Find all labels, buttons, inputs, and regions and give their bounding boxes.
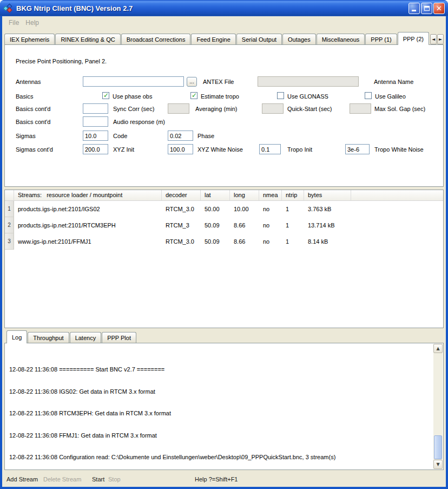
antennas-input[interactable]: [83, 76, 184, 87]
menu-bar: File Help: [2, 16, 446, 29]
add-stream-button[interactable]: Add Stream: [6, 476, 38, 483]
app-icon: [3, 4, 14, 13]
cell-mountpoint: products.igs-ip.net:2101/RTCM3EPH: [14, 217, 162, 233]
averaging-input: [168, 103, 189, 114]
cell-ntrip: 1: [282, 233, 304, 250]
cell-long: 8.66: [230, 233, 259, 250]
menu-help[interactable]: Help: [22, 18, 42, 28]
title-bar[interactable]: BKG Ntrip Client (BNC) Version 2.7 ✕: [0, 0, 448, 16]
xyz-init-input[interactable]: [83, 144, 108, 154]
cell-lat: 50.09: [201, 217, 230, 233]
sigmas-contd-row: Sigmas cont'd XYZ Init XYZ White Noise T…: [5, 144, 443, 155]
stream-row-1[interactable]: 1 products.igs-ip.net:2101/IGS02 RTCM_3.…: [5, 201, 443, 217]
antex-file-input: [258, 76, 359, 87]
cell-bytes: 8.14 kB: [304, 233, 351, 250]
cell-nmea: no: [259, 201, 282, 217]
phase-label: Phase: [197, 133, 214, 139]
tab-scroll-left-button[interactable]: ◄: [430, 34, 437, 44]
tab-ppp-2[interactable]: PPP (2): [398, 32, 429, 45]
xyz-init-label: XYZ Init: [113, 146, 134, 153]
tab-log[interactable]: Log: [6, 330, 27, 343]
averaging-label: Averaging (min): [195, 106, 237, 112]
cell-bytes: 3.763 kB: [304, 201, 351, 217]
start-button[interactable]: Start: [92, 476, 104, 483]
cell-lat: 50.00: [201, 201, 230, 217]
basics-contd-label: Basics cont'd: [16, 106, 50, 112]
use-glonass-checkbox[interactable]: [277, 92, 284, 99]
basics-contd-row-2: Basics cont'd Audio response (m): [5, 116, 443, 127]
stream-row-2[interactable]: 2 products.igs-ip.net:2101/RTCM3EPH RTCM…: [5, 217, 443, 233]
menu-file[interactable]: File: [5, 18, 22, 28]
tropo-white-noise-input[interactable]: [345, 144, 370, 154]
log-line: 12-08-22 11:36:08 ========== Start BNC v…: [9, 366, 433, 374]
sigmas-label: Sigmas: [16, 133, 36, 139]
scroll-down-button[interactable]: ▼: [433, 460, 443, 469]
antex-file-label: ANTEX File: [203, 79, 234, 85]
cell-decoder: RTCM_3.0: [162, 233, 201, 250]
max-sol-gap-input: [350, 103, 371, 114]
log-line: 12-08-22 11:36:08 FFMJ1: Get data in RTC…: [9, 432, 433, 440]
column-header-nmea[interactable]: nmea: [259, 190, 282, 200]
code-label: Code: [113, 133, 127, 139]
basics-label: Basics: [16, 93, 33, 100]
antenna-name-label: Antenna Name: [374, 79, 413, 85]
tab-rinex-editing-qc[interactable]: RINEX Editing & QC: [55, 34, 120, 44]
use-phase-obs-checkbox[interactable]: [102, 92, 109, 99]
audio-response-input[interactable]: [83, 116, 108, 127]
log-scrollbar[interactable]: ▲ ▼: [433, 344, 443, 469]
tab-serial-output[interactable]: Serial Output: [236, 34, 282, 44]
sigma-phase-input[interactable]: [168, 131, 193, 141]
tropo-init-label: Tropo Init: [287, 146, 312, 153]
down-arrow-icon: ▼: [436, 462, 439, 467]
scroll-up-button[interactable]: ▲: [433, 344, 443, 353]
tropo-white-noise-label: Tropo White Noise: [374, 146, 424, 153]
cell-decoder: RTCM_3.0: [162, 201, 201, 217]
sigma-code-input[interactable]: [83, 131, 108, 141]
column-header-ntrip[interactable]: ntrip: [282, 190, 304, 200]
tab-latency[interactable]: Latency: [70, 332, 102, 343]
antennas-row: Antennas ... ANTEX File Antenna Name: [5, 76, 443, 87]
xyz-white-noise-input[interactable]: [168, 144, 193, 154]
close-button[interactable]: ✕: [433, 3, 445, 14]
tab-feed-engine[interactable]: Feed Engine: [191, 34, 235, 44]
cell-bytes: 13.714 kB: [304, 217, 351, 233]
window-controls: ✕: [407, 3, 445, 14]
estimate-tropo-checkbox[interactable]: [190, 92, 197, 99]
cell-long: 8.66: [230, 217, 259, 233]
tab-outages[interactable]: Outages: [282, 34, 316, 44]
delete-stream-button: Delete Stream: [43, 476, 81, 483]
column-header-bytes[interactable]: bytes: [304, 190, 351, 200]
basics-contd-label: Basics cont'd: [16, 119, 50, 125]
close-icon: ✕: [436, 5, 442, 12]
bottom-tab-bar: Log Throughput Latency PPP Plot: [6, 330, 137, 343]
stream-row-3[interactable]: 3 www.igs-ip.net:2101/FFMJ1 RTCM_3.0 50.…: [5, 233, 443, 250]
tab-broadcast-corrections[interactable]: Broadcast Corrections: [121, 34, 191, 44]
antex-browse-button[interactable]: ...: [187, 77, 197, 87]
column-header-lat[interactable]: lat: [201, 190, 230, 200]
log-line: 12-08-22 11:36:08 Configuration read: C:…: [9, 454, 433, 461]
cell-mountpoint: www.igs-ip.net:2101/FFMJ1: [14, 233, 162, 250]
column-header-long[interactable]: long: [230, 190, 259, 200]
tab-iex-ephemeris[interactable]: IEX Ephemeris: [4, 34, 55, 44]
tab-ppp-1[interactable]: PPP (1): [365, 34, 397, 44]
right-arrow-icon: ►: [439, 37, 442, 42]
row-number: 1: [5, 201, 14, 217]
tab-ppp-plot[interactable]: PPP Plot: [102, 332, 136, 343]
use-galileo-checkbox[interactable]: [365, 92, 372, 99]
minimize-button[interactable]: [409, 3, 420, 14]
tab-throughput[interactable]: Throughput: [28, 332, 69, 343]
column-header-decoder[interactable]: decoder: [162, 190, 201, 200]
tab-miscellaneous[interactable]: Miscellaneous: [317, 34, 365, 44]
stop-button: Stop: [108, 476, 121, 483]
quick-start-label: Quick-Start (sec): [287, 106, 332, 112]
panel-description: Precise Point Positioning, Panel 2.: [16, 58, 107, 64]
maximize-button[interactable]: [421, 3, 432, 14]
sync-corr-input[interactable]: [83, 103, 108, 114]
column-header-mountpoint[interactable]: Streams: resource loader / mountpoint: [14, 190, 162, 200]
streams-header: Streams: resource loader / mountpoint de…: [5, 190, 443, 201]
scrollbar-thumb[interactable]: [434, 435, 442, 459]
up-arrow-icon: ▲: [436, 347, 439, 351]
tab-scroll-right-button[interactable]: ►: [437, 34, 444, 44]
audio-response-label: Audio response (m): [113, 119, 165, 125]
tropo-init-input[interactable]: [259, 144, 281, 154]
